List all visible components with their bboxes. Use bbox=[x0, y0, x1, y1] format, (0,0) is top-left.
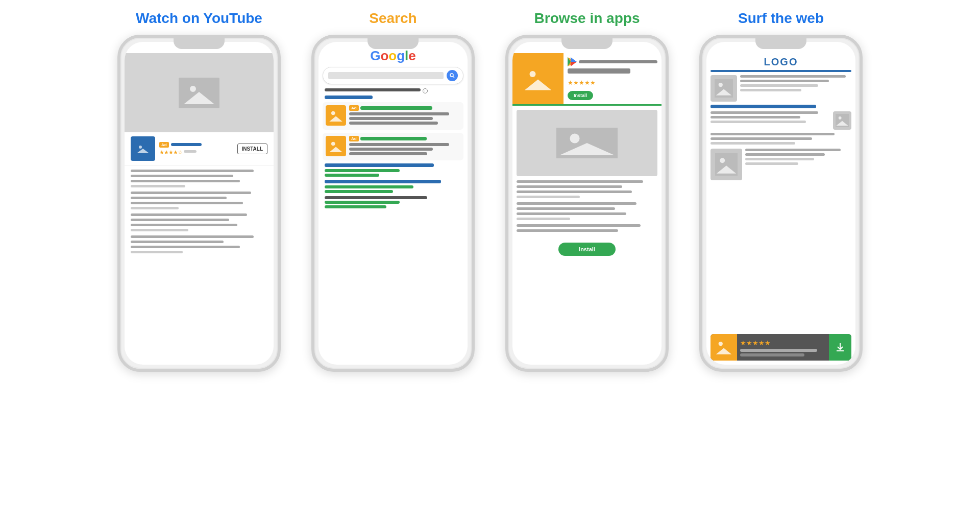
article-lines-2 bbox=[710, 111, 830, 125]
organic-green-3 bbox=[325, 185, 413, 188]
search-title: Search bbox=[369, 10, 416, 27]
web-ad-thumbnail bbox=[710, 334, 737, 361]
content-line-15 bbox=[131, 246, 240, 248]
youtube-section: Watch on YouTube bbox=[117, 10, 281, 372]
content-line-6 bbox=[131, 197, 227, 199]
ad-line-1c bbox=[349, 122, 438, 125]
organic-green-4 bbox=[325, 190, 393, 193]
content-line-3 bbox=[131, 180, 240, 182]
app-desc-line-9 bbox=[517, 224, 641, 227]
svg-line-7 bbox=[453, 77, 455, 78]
svg-point-12 bbox=[331, 142, 335, 146]
web-ad-line-2 bbox=[740, 353, 804, 356]
app-install-row: Install bbox=[512, 239, 662, 260]
search-button[interactable] bbox=[447, 70, 458, 81]
article-line-2b bbox=[710, 116, 800, 118]
ad-thumbnail bbox=[131, 136, 155, 161]
article-line-3a bbox=[745, 149, 841, 151]
web-ad-stars: ★★★★★ bbox=[740, 339, 771, 347]
info-icon: i bbox=[423, 88, 428, 93]
search-section: Search Google bbox=[311, 10, 475, 372]
article-line-1a bbox=[740, 75, 846, 78]
content-line-16 bbox=[131, 251, 183, 253]
content-line-2 bbox=[131, 175, 233, 177]
article-image-1 bbox=[710, 75, 737, 102]
web-line-1 bbox=[710, 133, 835, 135]
youtube-hero-image bbox=[125, 53, 274, 132]
search-ad-thumb-1 bbox=[326, 105, 346, 126]
search-input-placeholder bbox=[328, 72, 444, 79]
app-store-header: ★★★★★ Install bbox=[512, 53, 662, 106]
browse-screen: ★★★★★ Install bbox=[512, 42, 662, 365]
article-lines-1 bbox=[740, 75, 851, 93]
svg-point-9 bbox=[331, 111, 335, 115]
search-ad-info-2: Ad bbox=[349, 136, 460, 157]
web-content: LOGO bbox=[706, 42, 855, 365]
google-e: e bbox=[408, 48, 415, 63]
organic-green-1 bbox=[325, 169, 400, 172]
app-desc-line-4 bbox=[517, 196, 580, 198]
phone-notch-3 bbox=[561, 38, 612, 49]
svg-point-4 bbox=[139, 146, 142, 149]
app-hero-image bbox=[512, 53, 564, 104]
ad-line-1a bbox=[349, 112, 449, 115]
web-ad-banner: ★★★★★ bbox=[710, 334, 851, 361]
search-result-header: i bbox=[323, 88, 463, 99]
article-line-3c bbox=[745, 158, 814, 160]
browse-section: Browse in apps bbox=[505, 10, 669, 372]
svg-point-1 bbox=[190, 86, 196, 92]
ad-stars-row: ★★★★☆ bbox=[159, 149, 233, 156]
article-line-1c bbox=[740, 84, 818, 87]
organic-green-5 bbox=[325, 201, 400, 204]
google-search-bar[interactable] bbox=[323, 67, 463, 84]
google-G: G bbox=[370, 48, 380, 63]
youtube-content: Ad ★★★★☆ INSTALL bbox=[125, 42, 274, 365]
app-main-screenshot bbox=[517, 110, 657, 176]
app-title-bar-1 bbox=[579, 60, 657, 63]
web-more-content bbox=[710, 133, 851, 145]
youtube-title: Watch on YouTube bbox=[136, 10, 262, 27]
ad-line-2c bbox=[349, 152, 427, 155]
app-desc-line-2 bbox=[517, 185, 622, 188]
main-container: Watch on YouTube bbox=[20, 10, 960, 372]
content-line-13 bbox=[131, 235, 254, 238]
app-desc-line-5 bbox=[517, 202, 636, 205]
svg-point-31 bbox=[720, 158, 725, 163]
organic-results bbox=[323, 163, 463, 208]
play-store-icon bbox=[568, 57, 577, 66]
youtube-phone: Ad ★★★★☆ INSTALL bbox=[117, 35, 281, 372]
svg-point-25 bbox=[719, 83, 723, 87]
article-lines-3 bbox=[745, 149, 851, 166]
search-ad-block-1: Ad bbox=[323, 102, 463, 130]
ad-title-bar bbox=[171, 143, 202, 146]
app-install-top-button[interactable]: Install bbox=[568, 91, 593, 100]
star-rating: ★★★★☆ bbox=[159, 149, 182, 156]
app-install-bottom-button[interactable]: Install bbox=[558, 243, 616, 256]
ad-line-1b bbox=[349, 117, 433, 120]
browse-phone: ★★★★★ Install bbox=[505, 35, 669, 372]
content-line-5 bbox=[131, 192, 251, 194]
app-stars: ★★★★★ bbox=[568, 79, 596, 86]
phone-notch-4 bbox=[755, 38, 806, 49]
search-ad-info-1: Ad bbox=[349, 105, 460, 127]
content-line-8 bbox=[131, 207, 179, 209]
content-line-11 bbox=[131, 224, 237, 226]
app-desc-line-1 bbox=[517, 180, 643, 183]
web-nav-bar bbox=[710, 70, 851, 72]
ad-green-bar-1 bbox=[360, 106, 433, 110]
search-ad-thumb-2 bbox=[326, 136, 346, 156]
ad-line-2a bbox=[349, 143, 449, 146]
browse-title: Browse in apps bbox=[534, 10, 640, 27]
web-ad-download-button[interactable] bbox=[829, 334, 851, 361]
install-button[interactable]: INSTALL bbox=[237, 144, 267, 154]
youtube-content-lines bbox=[125, 165, 274, 260]
organic-gray-1 bbox=[325, 196, 427, 199]
app-desc-line-8 bbox=[517, 218, 570, 220]
svg-point-28 bbox=[839, 116, 842, 120]
web-link-bar bbox=[710, 105, 816, 108]
article-line-2a bbox=[710, 111, 818, 114]
web-ad-info: ★★★★★ bbox=[737, 336, 829, 359]
article-line-2c bbox=[710, 121, 806, 123]
ad-badge-2: Ad bbox=[349, 136, 359, 141]
article-line-3d bbox=[745, 162, 798, 165]
